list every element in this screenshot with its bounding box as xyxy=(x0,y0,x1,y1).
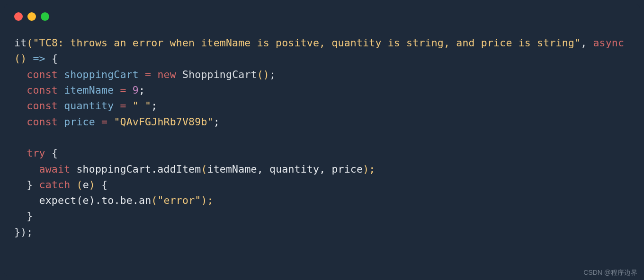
var-itemname: itemName xyxy=(64,84,114,96)
rbrace: } xyxy=(27,179,33,191)
minimize-icon[interactable] xyxy=(27,12,36,21)
catch-keyword: catch xyxy=(39,179,71,191)
equals: = xyxy=(120,84,126,96)
close-icon[interactable] xyxy=(14,12,23,21)
try-keyword: try xyxy=(27,147,45,159)
arg: price xyxy=(331,163,363,175)
expect-call: expect(e).to.be.an xyxy=(39,194,152,206)
lparen: ( xyxy=(201,163,207,175)
lbrace: { xyxy=(52,147,58,159)
expr: shoppingCart.addItem xyxy=(76,163,201,175)
semi: ; xyxy=(151,100,157,112)
semi: ; xyxy=(214,116,220,128)
parens: () xyxy=(257,69,269,80)
close-all: }); xyxy=(14,226,33,238)
comma: , xyxy=(319,163,331,175)
string-space: " " xyxy=(133,100,151,112)
rparen-semi: ); xyxy=(363,163,375,175)
class-shoppingcart: ShoppingCart xyxy=(182,69,257,80)
await-keyword: await xyxy=(39,163,71,175)
number-literal: 9 xyxy=(133,84,139,96)
code-window: it("TC8: throws an error when itemName i… xyxy=(4,4,640,276)
arg: quantity xyxy=(269,163,319,175)
const-keyword: const xyxy=(27,100,58,112)
lparen: ( xyxy=(77,179,83,191)
var-price: price xyxy=(64,116,95,128)
test-description-string: "TC8: throws an error when itemName is p… xyxy=(33,37,581,49)
arg: itemName xyxy=(207,163,257,175)
code-block: it("TC8: throws an error when itemName i… xyxy=(4,26,640,250)
fn-it: it xyxy=(14,37,27,49)
parens: () xyxy=(14,52,27,64)
const-keyword: const xyxy=(27,116,58,128)
equals: = xyxy=(145,69,151,80)
new-keyword: new xyxy=(157,69,176,80)
lbrace: { xyxy=(52,52,58,64)
var-shoppingcart: shoppingCart xyxy=(64,69,139,80)
semi: ; xyxy=(269,69,276,80)
string-error: "error" xyxy=(157,194,201,206)
lbrace: { xyxy=(101,179,107,191)
var-e: e xyxy=(83,179,89,191)
lparen: ( xyxy=(151,194,157,206)
async-keyword: async xyxy=(593,37,624,49)
maximize-icon[interactable] xyxy=(41,12,49,21)
equals: = xyxy=(101,116,107,128)
rparen-semi: ); xyxy=(201,194,213,206)
rparen: ) xyxy=(89,179,95,191)
string-price: "QAvFGJhRb7V89b" xyxy=(114,116,213,128)
arrow: => xyxy=(33,52,45,64)
window-titlebar xyxy=(4,4,640,26)
var-quantity: quantity xyxy=(64,100,114,112)
equals: = xyxy=(120,100,126,112)
lparen: ( xyxy=(27,37,33,49)
comma: , xyxy=(257,163,269,175)
const-keyword: const xyxy=(27,69,58,80)
comma: , xyxy=(581,37,593,49)
const-keyword: const xyxy=(27,84,58,96)
rbrace: } xyxy=(27,210,33,222)
semi: ; xyxy=(139,84,145,96)
watermark-text: CSDN @程序边界 xyxy=(583,269,637,277)
